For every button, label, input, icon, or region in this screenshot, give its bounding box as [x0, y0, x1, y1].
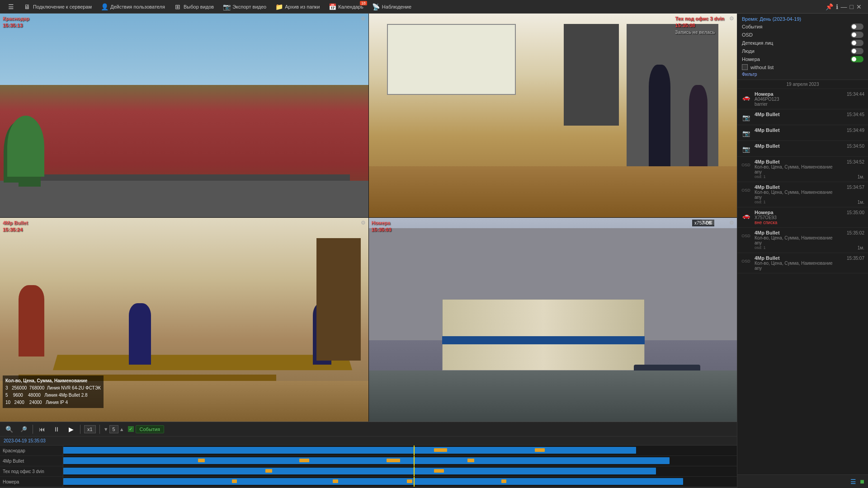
camera-icon-8: OSD: [741, 231, 751, 241]
filter-label-plates: Номера: [742, 56, 760, 62]
speed-indicator[interactable]: x1: [84, 425, 96, 433]
filter-label-events: События: [742, 24, 762, 29]
frame-down-icon[interactable]: ▼: [104, 427, 108, 432]
track-content-2[interactable]: [63, 456, 737, 466]
cam2-settings-icon[interactable]: ⚙: [729, 15, 734, 22]
calendar-badge: 18: [360, 1, 367, 5]
event-time-9: 15:35:07: [847, 256, 864, 261]
event-name-8: 4Mp Bullet: [755, 230, 780, 235]
monitoring-label: Наблюдение: [382, 4, 411, 9]
track-content-4[interactable]: [63, 477, 737, 487]
camera-icon-3: 📷: [741, 128, 751, 138]
close-button[interactable]: ✕: [856, 3, 862, 10]
zoom-out-button[interactable]: 🔎: [18, 424, 29, 435]
filter-label-osd: OSD: [742, 32, 753, 38]
connect-server-button[interactable]: 🖥 Подключение к серверам: [19, 0, 96, 14]
track-event-1: [434, 448, 448, 452]
track-content-1[interactable]: [63, 446, 737, 455]
export-icon: 📷: [223, 3, 230, 10]
rpanel-list-icon[interactable]: ☰: [850, 478, 856, 485]
prev-icon: ⏮: [39, 426, 45, 433]
zoom-out-icon: 🔎: [20, 426, 27, 432]
maximize-button[interactable]: □: [850, 3, 854, 10]
toggle-plates[interactable]: [851, 56, 863, 62]
event-item-7[interactable]: 🚗 Номера 15:35:00 X757OE93 вне списка: [737, 207, 868, 228]
event-sub-6: Кол-во, Цена, Сумма, Наименование: [755, 190, 864, 195]
frame-counter[interactable]: ▼ 5 ▲: [104, 425, 124, 433]
pause-button[interactable]: ⏸: [51, 424, 62, 435]
monitoring-icon: 📡: [373, 3, 380, 10]
cam3-settings-icon[interactable]: ⚙: [361, 220, 366, 226]
event-name-9: 4Mp Bullet: [755, 255, 780, 261]
playhead-1: [414, 446, 415, 455]
cam1-name: Краснодар: [3, 15, 29, 22]
toggle-events[interactable]: [851, 23, 863, 30]
event-time-1: 15:34:44: [847, 92, 864, 97]
event-item-5[interactable]: OSD 4Mp Bullet 15:34:52 Кол-во, Цена, Су…: [737, 157, 868, 182]
prev-button[interactable]: ⏮: [37, 424, 47, 435]
filter-button[interactable]: Фильтр: [742, 72, 863, 77]
view-select-button[interactable]: ⊞ Выбор видов: [170, 0, 218, 14]
camera-cell-1[interactable]: Краснодар 15:35:13 ⚙: [0, 14, 368, 217]
camera-cell-3[interactable]: 4Mp Bullet 15:35:24 Кол-во, Цена, Сумма,…: [0, 218, 368, 422]
camera-icon-6: OSD: [741, 185, 751, 195]
right-panel-bottom: ☰ ■: [737, 474, 868, 488]
event-item-2[interactable]: 📷 4Mp Bullet 15:34:45: [737, 109, 868, 125]
track-event-marker: [407, 479, 412, 483]
user-actions-button[interactable]: 👤 Действия пользователя: [96, 0, 170, 14]
frame-up-icon[interactable]: ▲: [119, 427, 124, 432]
archive-folder-button[interactable]: 📁 Архив из папки: [271, 0, 324, 14]
event-item-3[interactable]: 📷 4Mp Bullet 15:34:49: [737, 125, 868, 141]
track-event-2: [535, 448, 545, 452]
menu-button[interactable]: ☰: [3, 0, 19, 14]
track-label-1: Краснодар: [0, 446, 63, 455]
event-time-2: 15:34:45: [847, 112, 864, 117]
event-item-1[interactable]: 🚗 Номера 15:34:44 A046PO123 barrier: [737, 89, 868, 109]
event-detail-8: any: [755, 240, 864, 245]
filter-row-people: Люди: [742, 48, 863, 54]
event-item-9[interactable]: OSD 4Mp Bullet 15:35:07 Кол-во, Цена, Су…: [737, 253, 868, 273]
event-detail-6: any: [755, 195, 864, 200]
event-body-4: 4Mp Bullet 15:34:50: [755, 143, 864, 149]
event-name-5: 4Mp Bullet: [755, 159, 780, 164]
export-video-button[interactable]: 📷 Экспорт видео: [218, 0, 271, 14]
folder-icon: 📁: [275, 3, 283, 10]
event-item-4[interactable]: 📷 4Mp Bullet 15:34:50: [737, 141, 868, 157]
toggle-people[interactable]: [851, 48, 863, 54]
track-bar-4: [63, 478, 683, 485]
info-icon[interactable]: ℹ: [836, 3, 838, 10]
camera-cell-2[interactable]: Тех под офис 3 dvin 15:35:08 Запись не в…: [369, 14, 737, 217]
calendar-button[interactable]: 📅 Календарь 18: [324, 0, 368, 14]
camera-cell-4[interactable]: Номера 15:35:03 x757 OE ⚙ LIVE: [369, 218, 737, 422]
main-area: Краснодар 15:35:13 ⚙: [0, 14, 868, 488]
events-list[interactable]: 🚗 Номера 15:34:44 A046PO123 barrier 📷 4M…: [737, 89, 868, 474]
track-row-1: Краснодар: [0, 446, 737, 456]
toolbar: ☰ 🖥 Подключение к серверам 👤 Действия по…: [0, 0, 868, 14]
track-content-3[interactable]: [63, 466, 737, 476]
toggle-faces[interactable]: [851, 40, 863, 46]
playhead-2: [414, 456, 415, 466]
event-osd-num-8: osd: 1: [755, 245, 766, 250]
cam1-settings-icon[interactable]: ⚙: [361, 15, 366, 22]
pin-icon[interactable]: 📌: [826, 3, 833, 10]
timeline-timestamp: 2023-04-19 15:35:03: [0, 436, 737, 446]
events-checkbox[interactable]: ✓: [128, 426, 134, 432]
event-body-3: 4Mp Bullet 15:34:49: [755, 127, 864, 133]
rpanel-green-icon[interactable]: ■: [860, 478, 864, 486]
event-name-1: Номера: [755, 91, 774, 97]
cam4-time: 15:35:03: [372, 226, 392, 233]
minimize-button[interactable]: —: [841, 3, 847, 10]
without-list-checkbox[interactable]: [742, 64, 748, 70]
osd-row-2: 5 9600 48000 Линия 4Mp Bullet 2.8: [5, 392, 101, 399]
zoom-in-button[interactable]: 🔍: [4, 424, 14, 435]
event-item-6[interactable]: OSD 4Mp Bullet 15:34:57 Кол-во, Цена, Су…: [737, 182, 868, 207]
play-button[interactable]: ▶: [66, 424, 76, 435]
monitoring-button[interactable]: 📡 Наблюдение: [368, 0, 416, 14]
archive-folder-label: Архив из папки: [285, 4, 320, 9]
event-item-8[interactable]: OSD 4Mp Bullet 15:35:02 Кол-во, Цена, Су…: [737, 228, 868, 253]
track-row-2: 4Mp Bullet: [0, 456, 737, 466]
event-title-row-2: 4Mp Bullet 15:34:45: [755, 112, 864, 117]
cam4-settings-icon[interactable]: ⚙: [729, 220, 734, 226]
toggle-osd[interactable]: [851, 32, 863, 38]
track-label-2: 4Mp Bullet: [0, 456, 63, 466]
